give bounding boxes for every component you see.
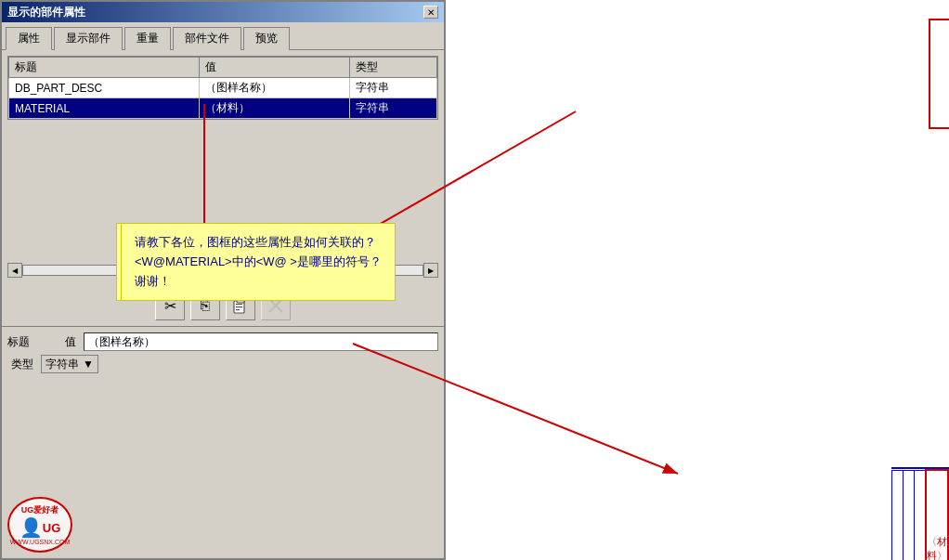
row2-value: （材料） <box>199 98 349 119</box>
tab-weight[interactable]: 重量 <box>124 27 171 50</box>
tabs-bar: 属性 显示部件 重量 部件文件 预览 <box>2 22 444 50</box>
logo-area: UG爱好者 👤 UG WWW.UGSNX.COM <box>7 497 72 553</box>
tab-part-file[interactable]: 部件文件 <box>173 27 241 50</box>
question-line2: <W@MATERIAL>中的<W@ >是哪里的符号？ <box>135 253 382 272</box>
row2-title: MATERIAL <box>9 98 200 119</box>
grid-material-cell: 〈材料〉 <box>926 470 948 560</box>
logo-url: WWW.UGSNX.COM <box>10 539 71 545</box>
type-row: 类型 字符串 ▼ <box>7 355 438 373</box>
bottom-property-area: 标题 值 类型 字符串 ▼ <box>2 326 444 379</box>
grid-cell <box>904 470 915 560</box>
scroll-right-button[interactable]: ▶ <box>423 263 438 278</box>
logo-text-line1: UG爱好者 <box>21 504 59 516</box>
drawing-area: 〈材料〉 <W@MATERIAL> 请教下各位，图框的这些属性是如何关联的？ <… <box>446 0 949 560</box>
value-input[interactable] <box>84 332 438 351</box>
row1-title: DB_PART_DESC <box>9 78 200 98</box>
material-label-box: 〈材料〉 <W@MATERIAL> <box>929 19 949 129</box>
table-row[interactable]: MATERIAL （材料） 字符串 <box>9 98 437 119</box>
row2-type: 字符串 <box>350 98 437 119</box>
title-label: 标题 <box>7 334 30 350</box>
svg-rect-3 <box>236 306 242 307</box>
type-dropdown[interactable]: 字符串 ▼ <box>41 355 98 373</box>
row1-value: （图样名称） <box>199 78 349 98</box>
scroll-left-button[interactable]: ◀ <box>7 263 22 278</box>
logo-text-line2: 👤 UG <box>20 516 61 539</box>
type-value: 字符串 <box>46 357 79 372</box>
close-button[interactable]: ✕ <box>423 6 438 19</box>
grid-cell <box>892 470 904 560</box>
tab-preview[interactable]: 预览 <box>243 27 290 50</box>
svg-rect-2 <box>236 304 242 305</box>
svg-rect-4 <box>236 309 240 310</box>
title-bar: 显示的部件属性 ✕ <box>2 2 444 22</box>
properties-table-container: 标题 值 类型 DB_PART_DESC （图样名称） 字符串 MATERIAL… <box>7 56 438 120</box>
row1-type: 字符串 <box>350 78 437 98</box>
type-label: 类型 <box>11 357 33 372</box>
drawing-grid: 〈材料〉 不知道等王哥查 标区 更改文件号 签名 年 月 日 <box>891 467 949 560</box>
grid-cell <box>915 470 926 560</box>
grid-table: 〈材料〉 不知道等王哥查 标区 更改文件号 签名 年 月 日 <box>891 469 949 560</box>
table-row[interactable]: DB_PART_DESC （图样名称） 字符串 <box>9 78 437 98</box>
title-value-row: 标题 值 <box>7 332 438 351</box>
dropdown-arrow-icon: ▼ <box>83 358 94 371</box>
material-cell-text: 〈材料〉 <box>927 536 947 561</box>
col-header-value: 值 <box>199 58 349 78</box>
question-tooltip: 请教下各位，图框的这些属性是如何关联的？ <W@MATERIAL>中的<W@ >… <box>121 223 396 301</box>
tab-display-part[interactable]: 显示部件 <box>54 27 123 50</box>
question-line1: 请教下各位，图框的这些属性是如何关联的？ <box>135 233 382 253</box>
col-header-type: 类型 <box>350 58 437 78</box>
properties-table: 标题 值 类型 DB_PART_DESC （图样名称） 字符串 MATERIAL… <box>8 57 437 119</box>
col-header-title: 标题 <box>9 58 200 78</box>
question-line3: 谢谢！ <box>135 272 382 292</box>
logo-circle: UG爱好者 👤 UG WWW.UGSNX.COM <box>7 497 72 553</box>
tab-properties[interactable]: 属性 <box>6 27 52 50</box>
value-label: 值 <box>65 334 76 350</box>
dialog-title: 显示的部件属性 <box>7 5 85 20</box>
